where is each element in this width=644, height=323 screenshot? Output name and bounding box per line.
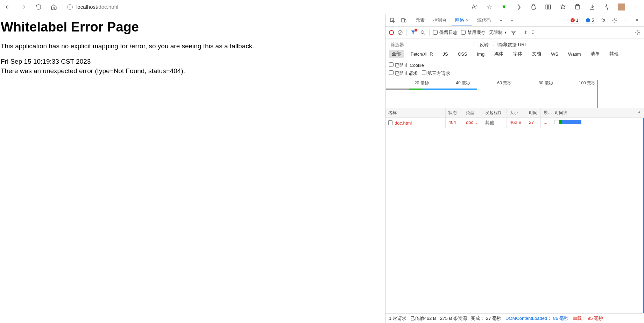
network-table-header: 名称 状态 类型 发起程序 大小 时间 履... 时间线 bbox=[385, 108, 644, 118]
col-initiator[interactable]: 发起程序 bbox=[482, 108, 507, 118]
split-screen-icon[interactable] bbox=[545, 3, 552, 10]
preserve-log-checkbox[interactable]: 保留日志 bbox=[433, 29, 458, 36]
home-button[interactable] bbox=[50, 3, 57, 10]
info-count-badge[interactable]: i5 bbox=[583, 17, 597, 24]
more-tabs-icon[interactable]: » bbox=[496, 15, 505, 25]
ruler-tick: 100 毫秒 bbox=[579, 80, 595, 86]
address-bar[interactable]: i localhost/doc.html bbox=[63, 2, 466, 11]
shield-icon[interactable]: ▼ bbox=[501, 3, 508, 10]
col-waterfall[interactable]: 时间线 bbox=[552, 108, 644, 118]
type-filter-img[interactable]: Img bbox=[474, 50, 487, 58]
wifi-icon[interactable] bbox=[511, 30, 516, 35]
footer-finish-value: 27 毫秒 bbox=[486, 315, 501, 322]
svg-point-7 bbox=[604, 20, 605, 22]
svg-point-12 bbox=[637, 32, 638, 33]
disable-cache-checkbox[interactable]: 禁用缓存 bbox=[461, 29, 486, 36]
clear-button[interactable] bbox=[397, 30, 403, 35]
type-filter-media[interactable]: 媒体 bbox=[491, 50, 506, 58]
more-icon[interactable]: ⋯ bbox=[633, 3, 640, 10]
third-party-checkbox[interactable]: 第三方请求 bbox=[422, 70, 451, 77]
download-har-icon[interactable]: ↧ bbox=[531, 30, 535, 35]
col-status[interactable]: 状态 bbox=[446, 108, 463, 118]
close-devtools-icon[interactable]: ✕ bbox=[632, 15, 642, 25]
footer-dcl-label: DOMContentLoaded： bbox=[505, 315, 552, 322]
type-filter-other[interactable]: 其他 bbox=[607, 50, 621, 58]
extensions-icon[interactable] bbox=[530, 3, 537, 10]
col-type[interactable]: 类型 bbox=[463, 108, 482, 118]
svg-rect-0 bbox=[546, 5, 547, 9]
inspect-icon[interactable] bbox=[388, 15, 397, 25]
svg-point-8 bbox=[614, 20, 615, 21]
type-filter-doc[interactable]: 文档 bbox=[529, 50, 544, 58]
svg-rect-2 bbox=[575, 5, 580, 9]
site-info-icon[interactable]: i bbox=[67, 4, 73, 10]
kebab-icon[interactable]: ⋮ bbox=[621, 15, 631, 25]
svg-point-10 bbox=[421, 30, 424, 33]
url-text: localhost/doc.html bbox=[76, 4, 118, 10]
tab-network[interactable]: 网络✕ bbox=[452, 15, 472, 26]
type-filter-ws[interactable]: WS bbox=[548, 50, 561, 58]
invert-checkbox[interactable]: 反转 bbox=[474, 42, 489, 48]
network-row[interactable]: doc.html 404 doc... 其他 462 B 27 ... bbox=[385, 118, 644, 128]
overview-bar bbox=[386, 89, 477, 90]
read-aloud-icon[interactable]: Aᵃ bbox=[471, 3, 478, 10]
refresh-button[interactable] bbox=[35, 3, 42, 10]
blocked-cookies-checkbox[interactable]: 已阻止 Cookie bbox=[389, 62, 424, 69]
devtools-panel: 元素 控制台 网络✕ 源代码 » ＋ ✕1 i5 ⋮ ✕ 保留日志 禁用缓存 bbox=[385, 14, 644, 323]
request-type: doc... bbox=[463, 118, 482, 128]
error-detail: There was an unexpected error (type=Not … bbox=[1, 66, 384, 76]
col-size[interactable]: 大小 bbox=[507, 108, 526, 118]
favorite-icon[interactable]: ☆ bbox=[486, 3, 493, 10]
type-filter-js[interactable]: JS bbox=[440, 50, 451, 58]
page-content: Whitelabel Error Page This application h… bbox=[0, 14, 385, 323]
type-filter-all[interactable]: 全部 bbox=[389, 50, 404, 58]
filter-input[interactable] bbox=[389, 41, 469, 48]
svg-rect-3 bbox=[390, 18, 394, 21]
back-button[interactable] bbox=[4, 3, 11, 10]
svg-rect-1 bbox=[549, 5, 551, 9]
favorites-bar-icon[interactable] bbox=[559, 3, 566, 10]
collections-icon[interactable] bbox=[574, 3, 581, 10]
footer-resources: 275 B 条资源 bbox=[440, 315, 467, 322]
forward-button[interactable] bbox=[20, 3, 27, 10]
type-filter-wasm[interactable]: Wasm bbox=[565, 50, 583, 58]
device-toggle-icon[interactable] bbox=[399, 15, 409, 25]
upload-har-icon[interactable]: ↥ bbox=[524, 30, 528, 35]
toolbar-settings-icon[interactable] bbox=[635, 30, 641, 35]
type-filter-manifest[interactable]: 清单 bbox=[588, 50, 602, 58]
tab-sources[interactable]: 源代码 bbox=[474, 15, 494, 26]
load-marker bbox=[597, 80, 598, 108]
col-name[interactable]: 名称 bbox=[385, 108, 446, 118]
blocked-requests-checkbox[interactable]: 已阻止请求 bbox=[389, 70, 418, 77]
search-icon[interactable] bbox=[420, 30, 426, 35]
add-tab-icon[interactable]: ＋ bbox=[507, 15, 517, 25]
tab-elements[interactable]: 元素 bbox=[412, 15, 428, 26]
close-icon[interactable]: ✕ bbox=[466, 18, 469, 22]
settings-icon[interactable] bbox=[610, 15, 620, 25]
issues-icon[interactable] bbox=[599, 15, 608, 25]
request-time: 27 bbox=[526, 118, 541, 128]
col-time[interactable]: 时间 bbox=[526, 108, 541, 118]
downloads-icon[interactable] bbox=[589, 3, 596, 10]
chevron-down-icon[interactable]: ❯ bbox=[515, 3, 522, 10]
col-fulfilled[interactable]: 履... bbox=[541, 108, 552, 118]
profile-icon[interactable] bbox=[618, 3, 625, 10]
timeline-overview[interactable]: 20 毫秒 40 毫秒 60 毫秒 80 毫秒 100 毫秒 bbox=[385, 80, 644, 108]
ruler-tick: 20 毫秒 bbox=[415, 80, 429, 86]
hide-data-urls-checkbox[interactable]: 隐藏数据 URL bbox=[493, 42, 527, 48]
performance-icon[interactable] bbox=[603, 3, 610, 10]
type-filter-font[interactable]: 字体 bbox=[510, 50, 525, 58]
request-fulfilled: ... bbox=[541, 118, 552, 128]
error-count-badge[interactable]: ✕1 bbox=[567, 17, 582, 24]
footer-transferred: 已传输462 B bbox=[410, 315, 436, 322]
type-filter-css[interactable]: CSS bbox=[455, 50, 470, 58]
request-name: doc.html bbox=[395, 120, 412, 126]
document-icon bbox=[388, 120, 392, 125]
filter-icon[interactable] bbox=[410, 29, 417, 36]
request-initiator: 其他 bbox=[482, 118, 507, 128]
type-filter-fetch[interactable]: Fetch/XHR bbox=[408, 50, 436, 58]
throttling-select[interactable]: 无限制 ▼ bbox=[489, 29, 507, 36]
tab-console[interactable]: 控制台 bbox=[430, 15, 450, 26]
record-button[interactable] bbox=[389, 30, 394, 35]
network-status-bar: 1 次请求 已传输462 B 275 B 条资源 完成： 27 毫秒 DOMCo… bbox=[385, 313, 644, 323]
